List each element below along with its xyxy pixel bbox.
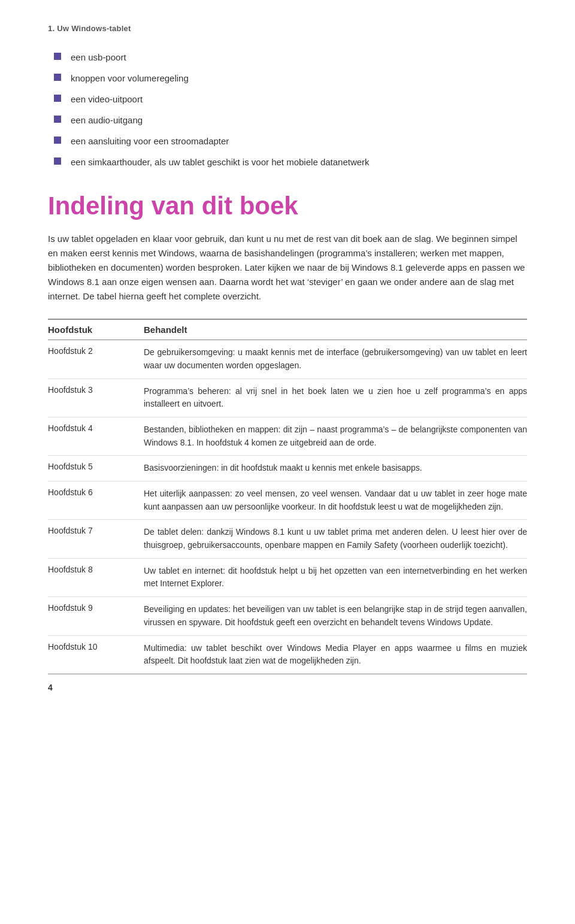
bullet-item-text: knoppen voor volumeregeling <box>71 72 189 84</box>
table-row-hoofdstuk: Hoofdstuk 7 <box>48 526 144 535</box>
table-section: Hoofdstuk Behandelt Hoofdstuk 2De gebrui… <box>48 319 527 674</box>
table-row: Hoofdstuk 10Multimedia: uw tablet beschi… <box>48 636 527 674</box>
page: 1. Uw Windows-tablet een usb-poortknoppe… <box>0 0 575 710</box>
bullet-item: een audio-uitgang <box>54 114 527 126</box>
table-row-behandelt: Het uiterlijk aanpassen: zo veel mensen,… <box>144 487 527 513</box>
table-row-behandelt: Programma’s beheren: al vrij snel in het… <box>144 385 527 411</box>
table-row: Hoofdstuk 3Programma’s beheren: al vrij … <box>48 379 527 417</box>
table-row-hoofdstuk: Hoofdstuk 8 <box>48 565 144 574</box>
table-row: Hoofdstuk 2De gebruikersomgeving: u maak… <box>48 340 527 378</box>
table-row-behandelt: Bestanden, bibliotheken en mappen: dit z… <box>144 423 527 449</box>
table-header-col1: Hoofdstuk <box>48 325 144 335</box>
table-row-hoofdstuk: Hoofdstuk 9 <box>48 603 144 613</box>
table-row-hoofdstuk: Hoofdstuk 10 <box>48 642 144 652</box>
table-row-hoofdstuk: Hoofdstuk 6 <box>48 487 144 497</box>
chapter-header: 1. Uw Windows-tablet <box>48 24 527 33</box>
table-row-behandelt: De gebruikersomgeving: u maakt kennis me… <box>144 346 527 372</box>
bullet-item: een simkaarthouder, als uw tablet geschi… <box>54 156 527 168</box>
table-row: Hoofdstuk 8Uw tablet en internet: dit ho… <box>48 559 527 597</box>
table-header-row: Hoofdstuk Behandelt <box>48 319 527 340</box>
bullet-item: een aansluiting voor een stroomadapter <box>54 135 527 147</box>
table-rows-container: Hoofdstuk 2De gebruikersomgeving: u maak… <box>48 340 527 674</box>
bullet-item-text: een usb-poort <box>71 51 126 63</box>
bullet-item-text: een aansluiting voor een stroomadapter <box>71 135 229 147</box>
table-row-behandelt: Uw tablet en internet: dit hoofdstuk hel… <box>144 565 527 590</box>
intro-text: Is uw tablet opgeladen en klaar voor geb… <box>48 232 527 304</box>
table-row: Hoofdstuk 7De tablet delen: dankzij Wind… <box>48 520 527 558</box>
table-header-col2: Behandelt <box>144 325 527 335</box>
table-row: Hoofdstuk 4Bestanden, bibliotheken en ma… <box>48 417 527 456</box>
table-row: Hoofdstuk 5Basisvoorzieningen: in dit ho… <box>48 456 527 481</box>
bullet-item: knoppen voor volumeregeling <box>54 72 527 84</box>
bullet-square-icon <box>54 157 61 165</box>
table-row-behandelt: De tablet delen: dankzij Windows 8.1 kun… <box>144 526 527 552</box>
table-row-hoofdstuk: Hoofdstuk 4 <box>48 423 144 433</box>
bullet-item: een usb-poort <box>54 51 527 63</box>
table-row-hoofdstuk: Hoofdstuk 3 <box>48 385 144 395</box>
bullet-square-icon <box>54 116 61 123</box>
bullet-item-text: een audio-uitgang <box>71 114 143 126</box>
table-row-hoofdstuk: Hoofdstuk 5 <box>48 462 144 471</box>
bullet-list: een usb-poortknoppen voor volumeregeling… <box>48 51 527 168</box>
bullet-square-icon <box>54 74 61 81</box>
bullet-square-icon <box>54 95 61 102</box>
page-number: 4 <box>48 683 53 692</box>
table-row-behandelt: Basisvoorzieningen: in dit hoofdstuk maa… <box>144 462 527 475</box>
table-row-behandelt: Beveiliging en updates: het beveiligen v… <box>144 603 527 629</box>
section-title: Indeling van dit boek <box>48 192 527 220</box>
bullet-square-icon <box>54 53 61 60</box>
table-row-behandelt: Multimedia: uw tablet beschikt over Wind… <box>144 642 527 668</box>
table-row: Hoofdstuk 9Beveiliging en updates: het b… <box>48 597 527 635</box>
bullet-item: een video-uitpoort <box>54 93 527 105</box>
bullet-item-text: een simkaarthouder, als uw tablet geschi… <box>71 156 370 168</box>
bullet-square-icon <box>54 137 61 144</box>
table-row-hoofdstuk: Hoofdstuk 2 <box>48 346 144 356</box>
bullet-item-text: een video-uitpoort <box>71 93 143 105</box>
table-row: Hoofdstuk 6Het uiterlijk aanpassen: zo v… <box>48 481 527 520</box>
